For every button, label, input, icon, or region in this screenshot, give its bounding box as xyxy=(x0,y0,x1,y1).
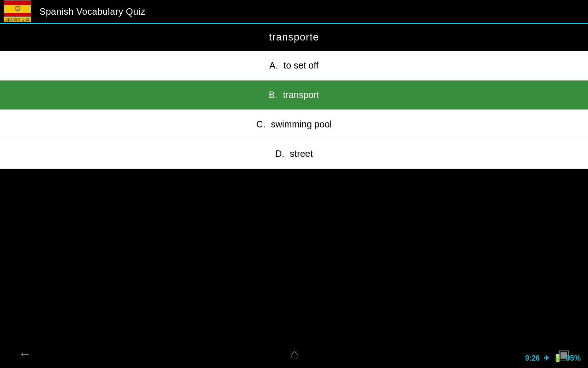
status-bar: 9:26 ✈ 🔋 95% xyxy=(525,354,581,362)
answer-option-b[interactable]: B.transport xyxy=(0,80,588,110)
answer-option-c[interactable]: C.swimming pool xyxy=(0,110,588,139)
answer-letter: A. xyxy=(269,60,278,70)
airplane-icon: ✈ xyxy=(543,354,549,362)
answer-option-a[interactable]: A.to set off xyxy=(0,51,588,80)
back-button[interactable]: ← xyxy=(18,347,31,362)
answer-text: to set off xyxy=(283,60,318,70)
time-display: 9:26 xyxy=(525,354,540,362)
battery-icon: 🔋 xyxy=(553,354,562,362)
answer-text: street xyxy=(290,149,313,159)
answers-container: A.to set offB.transportC.swimming poolD.… xyxy=(0,51,588,169)
app-bar: 🦁 Spanish Quiz Spanish Vocabulary Quiz xyxy=(0,0,588,24)
quiz-area: transporte A.to set offB.transportC.swim… xyxy=(0,24,588,169)
question-word: transporte xyxy=(0,24,588,51)
flag-label: Spanish Quiz xyxy=(4,17,31,22)
nav-bar: ← ⌂ ▣ 9:26 ✈ 🔋 95% xyxy=(0,340,588,368)
answer-text: transport xyxy=(283,90,319,100)
answer-text: swimming pool xyxy=(271,119,332,129)
app-icon: 🦁 Spanish Quiz xyxy=(4,0,35,23)
app-title: Spanish Vocabulary Quiz xyxy=(40,6,145,17)
battery-percentage: 95% xyxy=(566,354,581,362)
answer-letter: B. xyxy=(269,90,277,100)
answer-letter: D. xyxy=(275,149,284,159)
answer-letter: C. xyxy=(256,119,266,129)
answer-option-d[interactable]: D.street xyxy=(0,139,588,169)
home-button[interactable]: ⌂ xyxy=(291,347,299,362)
